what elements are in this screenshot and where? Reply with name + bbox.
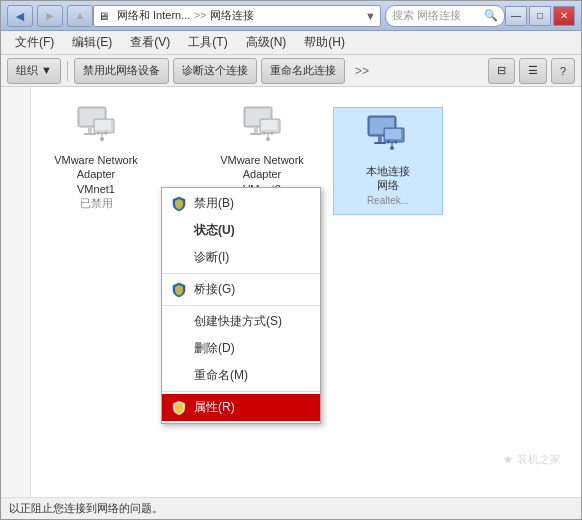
disable-button[interactable]: 禁用此网络设备 xyxy=(74,58,169,84)
ctx-rename-label: 重命名(M) xyxy=(194,367,248,384)
context-menu: 禁用(B) 状态(U) 诊断(I) xyxy=(161,187,321,424)
ctx-properties[interactable]: 属性(R) xyxy=(162,394,320,421)
address-part-2: 网络连接 xyxy=(210,8,254,23)
ctx-shortcut-label: 创建快捷方式(S) xyxy=(194,313,282,330)
ctx-bridge-label: 桥接(G) xyxy=(194,281,235,298)
watermark-icon: ★ xyxy=(503,453,513,466)
search-box[interactable]: 搜索 网络连接 🔍 xyxy=(385,5,505,27)
svg-point-30 xyxy=(390,146,394,150)
address-sep-1: >> xyxy=(194,10,206,21)
adapter-vmnet1-name: VMware Network AdapterVMnet1 xyxy=(45,153,147,196)
ctx-delete[interactable]: 删除(D) xyxy=(162,335,320,362)
search-placeholder: 搜索 网络连接 xyxy=(392,8,461,23)
ctx-diagnose[interactable]: 诊断(I) xyxy=(162,244,320,271)
ctx-properties-label: 属性(R) xyxy=(194,399,235,416)
left-panel xyxy=(1,87,31,497)
ctx-diagnose-label: 诊断(I) xyxy=(194,249,229,266)
view-icon-2[interactable]: ☰ xyxy=(519,58,547,84)
menu-help[interactable]: 帮助(H) xyxy=(296,32,353,53)
back-button[interactable]: ◄ xyxy=(7,5,33,27)
svg-rect-5 xyxy=(95,120,111,130)
close-button[interactable]: ✕ xyxy=(553,6,575,26)
diagnose-button[interactable]: 诊断这个连接 xyxy=(173,58,257,84)
adapter-vmnet1[interactable]: VMware Network AdapterVMnet1 已禁用 xyxy=(41,97,151,215)
ctx-rename[interactable]: 重命名(M) xyxy=(162,362,320,389)
address-part-1: 网络和 Intern... xyxy=(117,8,190,23)
ctx-shortcut[interactable]: 创建快捷方式(S) xyxy=(162,308,320,335)
adapter-local-name: 本地连接网络Realtek... xyxy=(366,164,410,207)
toolbar-view-icons: ⊟ ☰ ? xyxy=(488,58,575,84)
help-icon[interactable]: ? xyxy=(551,58,575,84)
svg-rect-2 xyxy=(88,127,92,133)
menu-edit[interactable]: 编辑(E) xyxy=(64,32,120,53)
menu-tools[interactable]: 工具(T) xyxy=(180,32,235,53)
window-controls: — □ ✕ xyxy=(505,6,575,26)
ctx-delete-label: 删除(D) xyxy=(194,340,235,357)
ctx-properties-shield-icon xyxy=(170,399,188,417)
nav-buttons: ◄ ► ▲ xyxy=(7,5,93,27)
toolbar-more[interactable]: >> xyxy=(349,62,375,80)
ctx-status-label: 状态(U) xyxy=(194,222,235,239)
organize-label: 组织 ▼ xyxy=(16,63,52,78)
menu-bar: 文件(F) 编辑(E) 查看(V) 工具(T) 高级(N) 帮助(H) xyxy=(1,31,581,55)
svg-rect-29 xyxy=(385,129,401,139)
ctx-disable-shield-icon xyxy=(170,195,188,213)
address-dropdown[interactable]: ▼ xyxy=(365,10,376,22)
main-window: ◄ ► ▲ 🖥 网络和 Intern... >> 网络连接 ▼ 搜索 网络连接 … xyxy=(0,0,582,520)
ctx-sep-2 xyxy=(162,305,320,306)
ctx-status[interactable]: 状态(U) xyxy=(162,217,320,244)
ctx-disable-label: 禁用(B) xyxy=(194,195,234,212)
adapter-local[interactable]: 本地连接网络Realtek... xyxy=(333,107,443,215)
menu-advanced[interactable]: 高级(N) xyxy=(238,32,295,53)
adapter-vmnet8-icon xyxy=(238,101,286,149)
rename-label: 重命名此连接 xyxy=(270,63,336,78)
menu-view[interactable]: 查看(V) xyxy=(122,32,178,53)
svg-rect-17 xyxy=(261,120,277,130)
ctx-bridge-shield-icon xyxy=(170,281,188,299)
main-area: VMware Network AdapterVMnet1 已禁用 xyxy=(1,87,581,497)
adapter-local-icon xyxy=(364,112,412,160)
toolbar-separator-1 xyxy=(67,61,68,81)
ctx-bridge[interactable]: 桥接(G) xyxy=(162,276,320,303)
search-icon: 🔍 xyxy=(484,9,498,22)
ctx-sep-1 xyxy=(162,273,320,274)
adapter-vmnet1-icon xyxy=(72,101,120,149)
up-button[interactable]: ▲ xyxy=(67,5,93,27)
view-icon-1[interactable]: ⊟ xyxy=(488,58,515,84)
restore-button[interactable]: □ xyxy=(529,6,551,26)
content-area: VMware Network AdapterVMnet1 已禁用 xyxy=(31,87,581,497)
watermark: ★ 装机之家 xyxy=(503,452,561,467)
minimize-button[interactable]: — xyxy=(505,6,527,26)
adapter-vmnet1-status: 已禁用 xyxy=(80,196,113,211)
svg-point-6 xyxy=(100,137,104,141)
rename-button[interactable]: 重命名此连接 xyxy=(261,58,345,84)
watermark-text: 装机之家 xyxy=(517,452,561,467)
address-bar[interactable]: 🖥 网络和 Intern... >> 网络连接 ▼ xyxy=(93,5,381,27)
status-bar: 以正阻止您连接到网络的问题。 xyxy=(1,497,581,519)
status-text: 以正阻止您连接到网络的问题。 xyxy=(9,501,163,516)
svg-rect-26 xyxy=(378,136,382,142)
ctx-disable[interactable]: 禁用(B) xyxy=(162,190,320,217)
ctx-sep-3 xyxy=(162,391,320,392)
svg-point-18 xyxy=(266,137,270,141)
forward-button[interactable]: ► xyxy=(37,5,63,27)
title-bar: ◄ ► ▲ 🖥 网络和 Intern... >> 网络连接 ▼ 搜索 网络连接 … xyxy=(1,1,581,31)
diagnose-label: 诊断这个连接 xyxy=(182,63,248,78)
svg-rect-14 xyxy=(254,127,258,133)
organize-button[interactable]: 组织 ▼ xyxy=(7,58,61,84)
menu-file[interactable]: 文件(F) xyxy=(7,32,62,53)
toolbar: 组织 ▼ 禁用此网络设备 诊断这个连接 重命名此连接 >> ⊟ ☰ ? xyxy=(1,55,581,87)
disable-label: 禁用此网络设备 xyxy=(83,63,160,78)
